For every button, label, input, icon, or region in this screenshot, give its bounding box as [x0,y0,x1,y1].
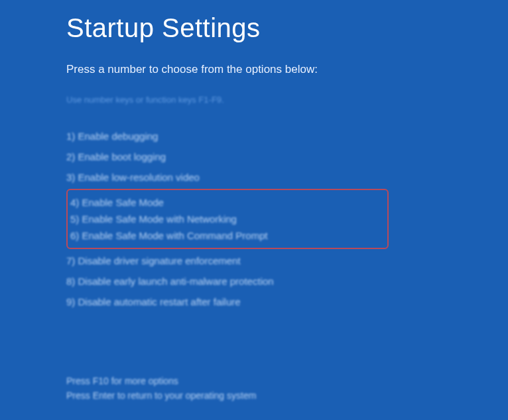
instruction-text: Press a number to choose from the option… [66,63,508,76]
page-title: Startup Settings [66,13,508,43]
option-6-safe-mode-command-prompt[interactable]: 6) Enable Safe Mode with Command Prompt [70,227,381,244]
option-7-driver-signature[interactable]: 7) Disable driver signature enforcement [66,253,508,268]
option-5-safe-mode-networking[interactable]: 5) Enable Safe Mode with Networking [70,211,381,227]
option-4-safe-mode[interactable]: 4) Enable Safe Mode [70,194,381,211]
safe-mode-highlight: 4) Enable Safe Mode 5) Enable Safe Mode … [66,189,389,249]
options-list: 1) Enable debugging 2) Enable boot loggi… [66,129,508,309]
footer-instructions: Press F10 for more options Press Enter t… [66,376,508,401]
option-2-boot-logging[interactable]: 2) Enable boot logging [66,149,508,164]
option-1-debugging[interactable]: 1) Enable debugging [66,129,508,144]
option-3-low-res-video[interactable]: 3) Enable low-resolution video [66,170,508,185]
option-9-auto-restart[interactable]: 9) Disable automatic restart after failu… [66,294,508,309]
return-hint: Press Enter to return to your operating … [66,390,508,401]
option-8-anti-malware[interactable]: 8) Disable early launch anti-malware pro… [66,274,508,289]
hint-text: Use number keys or function keys F1-F9. [66,95,508,105]
more-options-hint: Press F10 for more options [66,376,508,386]
